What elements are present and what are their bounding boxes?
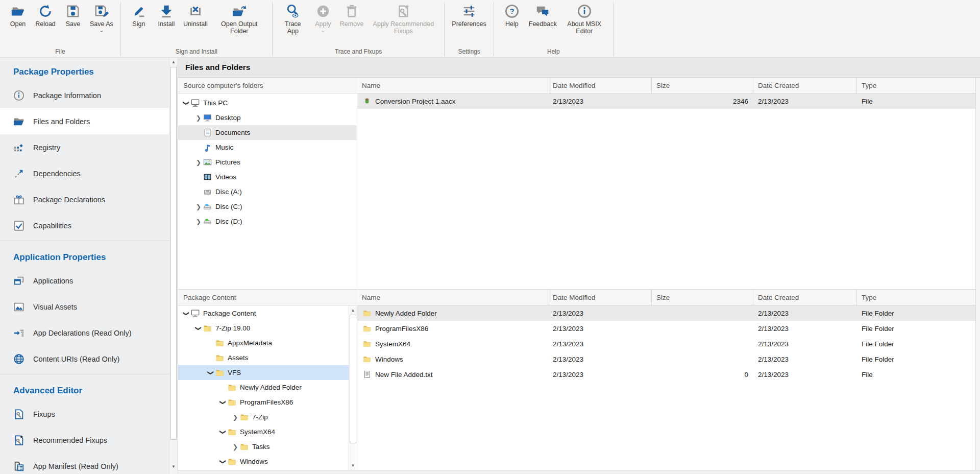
file-row-new-file-added-txt[interactable]: New File Added.txt2/13/202302/13/2023Fil…	[357, 367, 975, 382]
package-tree-scrollbar[interactable]: ▲ ▼	[349, 305, 357, 470]
column-header-date-modified[interactable]: Date Modified	[548, 290, 652, 305]
bottom-scrollbar-track[interactable]	[178, 470, 980, 474]
column-header-size[interactable]: Size	[652, 290, 753, 305]
toolbar-button-open-output-folder[interactable]: Open Output Folder	[211, 1, 268, 35]
chevron-collapsed-icon[interactable]: ❯	[194, 203, 203, 210]
column-header-type[interactable]: Type	[857, 78, 976, 93]
tree-item-assets[interactable]: Assets	[178, 350, 349, 365]
chevron-expanded-icon[interactable]: ❯	[219, 398, 227, 407]
sidebar-item-package-declarations[interactable]: Package Declarations	[0, 186, 169, 212]
toolbar-button-about-msix-editor[interactable]: About MSIX Editor	[560, 1, 609, 35]
chevron-expanded-icon[interactable]: ❯	[183, 310, 190, 318]
type-cell: File Folder	[857, 325, 975, 333]
tree-item-7-zip[interactable]: ❯7-Zip	[178, 410, 349, 424]
chevron-expanded-icon[interactable]: ❯	[219, 458, 227, 466]
sidebar-item-package-information[interactable]: Package Information	[0, 82, 169, 108]
toolbar-button-trace-app[interactable]: Trace App	[277, 1, 309, 35]
column-header-date-created[interactable]: Date Created	[753, 78, 857, 93]
chevron-collapsed-icon[interactable]: ❯	[231, 443, 239, 451]
sidebar-item-recommended-fixups[interactable]: Recommended Fixups	[0, 427, 169, 453]
package-tree-scroll-thumb[interactable]	[350, 315, 356, 443]
toolbar-button-apply-recommended-fixups[interactable]: Apply Recommended Fixups	[366, 1, 440, 35]
toolbar-button-remove[interactable]: Remove	[337, 1, 367, 28]
sidebar-scroll-up-icon[interactable]: ▲	[169, 58, 178, 66]
sidebar-item-files-and-folders[interactable]: Files and Folders	[0, 108, 169, 134]
date-created-cell: 2/13/2023	[753, 310, 857, 317]
tree-item-7-zip-19-00[interactable]: ❯7-Zip 19.00	[178, 321, 349, 336]
toolbar-button-help[interactable]: ?Help	[498, 1, 526, 28]
toolbar-button-save-as[interactable]: Save As⌄	[87, 1, 116, 33]
sidebar-item-applications[interactable]: Applications	[0, 268, 169, 294]
sidebar-item-app-manifest-read-only[interactable]: App Manifest (Read Only)	[0, 453, 169, 474]
tree-item-pictures[interactable]: ❯Pictures	[178, 155, 357, 170]
type-cell: File Folder	[857, 340, 975, 348]
sidebar-item-visual-assets[interactable]: Visual Assets	[0, 294, 169, 320]
file-row-newly-added-folder[interactable]: Newly Added Folder2/13/20232/13/2023File…	[357, 305, 975, 321]
tree-item-package-content[interactable]: ❯Package Content	[178, 306, 349, 321]
sidebar-item-capabilities[interactable]: Capabilities	[0, 212, 169, 239]
tree-item-desktop[interactable]: ❯Desktop	[178, 110, 357, 125]
sidebar-item-label: Content URIs (Read Only)	[33, 355, 119, 363]
chevron-collapsed-icon[interactable]: ❯	[194, 159, 203, 166]
chevron-expanded-icon[interactable]: ❯	[219, 428, 227, 436]
tree-item-appxmetadata[interactable]: AppxMetadata	[178, 336, 349, 350]
file-row-programfilesx86[interactable]: ProgramFilesX862/13/20232/13/2023File Fo…	[357, 321, 975, 336]
chevron-collapsed-icon[interactable]: ❯	[194, 218, 203, 225]
chevron-collapsed-icon[interactable]: ❯	[194, 114, 203, 122]
tree-item-documents[interactable]: Documents	[178, 125, 357, 140]
package-tree-scroll-up-icon[interactable]: ▲	[349, 306, 357, 314]
file-row-systemx64[interactable]: SystemX642/13/20232/13/2023File Folder	[357, 336, 975, 351]
toolbar-button-save[interactable]: Save	[59, 1, 87, 28]
column-header-name[interactable]: Name	[357, 290, 548, 305]
chevron-expanded-icon[interactable]: ❯	[195, 324, 202, 333]
column-header-name[interactable]: Name	[357, 78, 548, 93]
tree-item-disc-a[interactable]: Disc (A:)	[178, 184, 357, 199]
file-name: New File Added.txt	[375, 371, 433, 378]
sidebar-item-content-uris-read-only[interactable]: Content URIs (Read Only)	[0, 346, 169, 372]
toolbar-button-open[interactable]: Open	[4, 1, 32, 28]
tree-item-windows[interactable]: ❯Windows	[178, 454, 349, 469]
tree-item-vfs[interactable]: ❯VFS	[178, 365, 349, 380]
tree-item-label: Videos	[215, 173, 236, 181]
toolbar-button-apply[interactable]: Apply⌄	[309, 1, 337, 33]
tree-item-videos[interactable]: Videos	[178, 170, 357, 184]
sidebar-item-dependencies[interactable]: Dependencies	[0, 160, 169, 186]
chevron-expanded-icon[interactable]: ❯	[183, 99, 190, 107]
tree-item-programfilesx86[interactable]: ❯ProgramFilesX86	[178, 395, 349, 410]
tree-item-newly-added-folder[interactable]: Newly Added Folder	[178, 380, 349, 395]
sidebar-heading-package-properties: Package Properties	[0, 58, 169, 82]
toolbar-button-sign[interactable]: Sign	[125, 1, 153, 28]
chevron-collapsed-icon[interactable]: ❯	[231, 414, 239, 421]
column-header-date-modified[interactable]: Date Modified	[548, 78, 652, 93]
sidebar-scroll-down-icon[interactable]: ▼	[169, 462, 178, 471]
toolbar-button-label: Remove	[340, 20, 364, 28]
trace-icon	[285, 4, 301, 19]
visual-assets-icon	[13, 301, 24, 313]
sidebar-item-registry[interactable]: Registry	[0, 134, 169, 160]
sidebar-item-fixups[interactable]: Fixups	[0, 401, 169, 427]
sidebar-scrollbar[interactable]: ▲ ▼	[169, 58, 178, 474]
package-tree-scroll-down-icon[interactable]: ▼	[349, 461, 357, 469]
toolbar-button-reload[interactable]: Reload	[32, 1, 59, 28]
tree-item-systemx64[interactable]: ❯SystemX64	[178, 424, 349, 439]
sidebar-scroll-thumb[interactable]	[170, 67, 177, 440]
type-cell: File Folder	[857, 310, 975, 317]
toolbar-button-install[interactable]: Install	[153, 1, 180, 28]
file-row-windows[interactable]: Windows2/13/20232/13/2023File Folder	[357, 351, 975, 367]
column-header-date-created[interactable]: Date Created	[753, 290, 857, 305]
chevron-expanded-icon[interactable]: ❯	[207, 369, 214, 377]
column-header-type[interactable]: Type	[857, 290, 976, 305]
toolbar-button-uninstall[interactable]: Uninstall	[180, 1, 211, 28]
toolbar-button-feedback[interactable]: Feedback	[526, 1, 560, 28]
file-row-conversion-project-1-aacx[interactable]: Conversion Project 1.aacx2/13/202323462/…	[357, 93, 975, 109]
tree-item-music[interactable]: Music	[178, 140, 357, 155]
column-header-size[interactable]: Size	[652, 78, 753, 93]
right-scrollbar-track[interactable]	[975, 78, 980, 470]
sidebar-item-app-declarations-read-only[interactable]: App Declarations (Read Only)	[0, 320, 169, 346]
toolbar-button-preferences[interactable]: Preferences	[449, 1, 489, 28]
toolbar-button-label: Preferences	[452, 20, 486, 28]
tree-item-tasks[interactable]: ❯Tasks	[178, 439, 349, 454]
tree-item-this-pc[interactable]: ❯This PC	[178, 96, 357, 110]
tree-item-disc-c[interactable]: ❯Disc (C:)	[178, 199, 357, 214]
tree-item-disc-d[interactable]: ❯Disc (D:)	[178, 214, 357, 229]
